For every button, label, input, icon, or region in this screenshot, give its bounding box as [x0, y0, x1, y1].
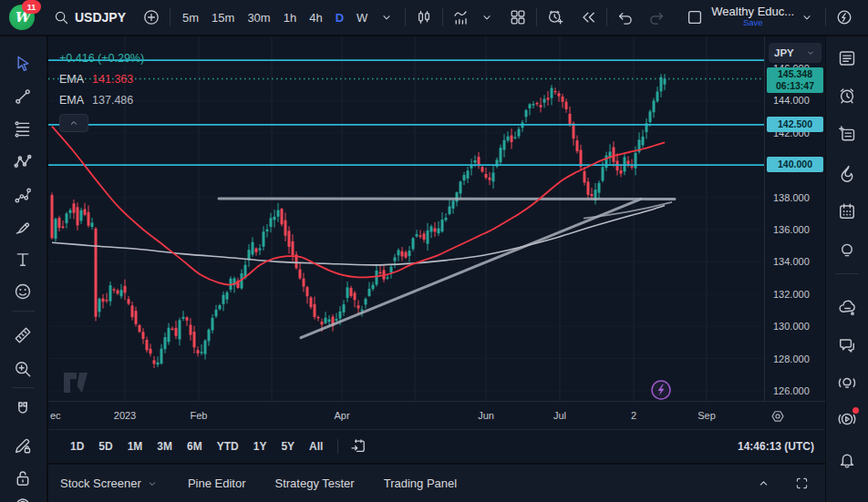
price-axis-label: 144.000: [773, 95, 810, 106]
tool-brush-button[interactable]: [9, 215, 36, 239]
timeframe-chevron-down-icon[interactable]: [374, 5, 399, 30]
sidebar-hotlists-button[interactable]: [833, 161, 861, 185]
tool-hide-all-button[interactable]: [9, 493, 36, 502]
price-axis-label: 130.000: [773, 321, 810, 332]
tool-trend-line-button[interactable]: [9, 85, 36, 108]
symbol-search-button[interactable]: USDJPY: [53, 9, 126, 26]
create-alert-button[interactable]: [542, 5, 568, 30]
save-label[interactable]: Save: [743, 17, 763, 28]
xabcd-pattern-icon: [13, 152, 33, 172]
timeframe-W-button[interactable]: W: [350, 5, 374, 29]
timeframe-1h-button[interactable]: 1h: [277, 5, 303, 29]
sidebar-videos-button[interactable]: [833, 407, 861, 431]
price-axis-label: 138.000: [773, 192, 810, 203]
layout-chevron-down-icon[interactable]: [794, 5, 820, 30]
chart-canvas[interactable]: [48, 36, 764, 401]
legend-collapse-button[interactable]: [59, 114, 88, 132]
panel-collapse-chevron-up-icon[interactable]: [752, 473, 774, 495]
timeframe-D-button[interactable]: D: [329, 5, 350, 29]
search-icon: [53, 9, 69, 26]
bar-replay-button[interactable]: [575, 5, 601, 30]
tool-zoom-in-button[interactable]: [9, 357, 36, 381]
divider: [405, 8, 406, 26]
chart-settings-gear-icon[interactable]: [767, 405, 789, 427]
sidebar-alerts-button[interactable]: [833, 84, 861, 108]
lightning-mode-button[interactable]: [651, 380, 671, 400]
bottom-panel-bar: Stock ScreenerPine EditorStrategy Tester…: [48, 463, 825, 502]
range-ytd-button[interactable]: YTD: [210, 435, 246, 457]
sidebar-streams-button[interactable]: [833, 371, 861, 394]
maximize-panel-icon[interactable]: [790, 473, 812, 495]
sidebar-public-chats-button[interactable]: [833, 296, 861, 320]
time-axis[interactable]: ec2023FebAprJunJul2Sep: [48, 401, 825, 430]
currency-selector[interactable]: JPY: [769, 43, 822, 63]
redo-button[interactable]: [644, 5, 669, 30]
layout-name: Wealthy Educ...: [711, 6, 794, 17]
sidebar-journal-button[interactable]: [833, 122, 861, 146]
ema-fast-legend[interactable]: EMA 141.363: [59, 68, 144, 89]
layout-name-button[interactable]: Wealthy Educ... Save: [711, 6, 794, 28]
range-5d-button[interactable]: 5D: [91, 435, 119, 457]
drawing-mode-icon: [13, 435, 33, 456]
journal-icon: [837, 124, 857, 144]
time-axis-label: Feb: [191, 410, 208, 421]
sidebar-calendar-button[interactable]: [833, 200, 861, 223]
app-logo[interactable]: W 11: [9, 5, 35, 30]
streams-icon: [837, 373, 857, 393]
panel-tab-strategy-tester[interactable]: Strategy Tester: [274, 476, 354, 490]
sidebar-ideas-button[interactable]: [833, 238, 861, 261]
indicators-button[interactable]: [449, 5, 474, 30]
compare-add-symbol-button[interactable]: [139, 5, 164, 30]
divider: [170, 8, 170, 26]
sidebar-notifications-button[interactable]: [833, 447, 861, 471]
panel-tab-trading-panel[interactable]: Trading Panel: [384, 476, 457, 490]
tool-magnet-button[interactable]: [9, 397, 36, 421]
range-3m-button[interactable]: 3M: [150, 435, 180, 457]
chart-legend: +0.416 (+0.29%) EMA 141.363 EMA 137.486: [59, 47, 144, 132]
chevron-down-icon: [146, 477, 159, 490]
text-icon: [13, 250, 33, 270]
range-6m-button[interactable]: 6M: [180, 435, 210, 457]
timeframe-15m-button[interactable]: 15m: [205, 5, 241, 29]
videos-icon: [837, 409, 857, 429]
tool-lock-all-button[interactable]: [9, 466, 36, 490]
symbol-name: USDJPY: [75, 10, 126, 25]
tool-xabcd-pattern-button[interactable]: [9, 150, 36, 174]
range-1d-button[interactable]: 1D: [63, 435, 91, 457]
quick-publish-icon[interactable]: [832, 5, 857, 30]
panel-tab-stock-screener[interactable]: Stock Screener: [60, 476, 159, 490]
panel-tab-pine-editor[interactable]: Pine Editor: [188, 476, 246, 490]
tool-forecast-button[interactable]: [9, 183, 36, 207]
divider: [442, 8, 443, 26]
tool-ruler-button[interactable]: [9, 323, 36, 347]
indicators-chevron-down-icon[interactable]: [474, 5, 500, 30]
undo-button[interactable]: [613, 5, 638, 30]
divider: [606, 8, 607, 26]
price-axis[interactable]: 126.000128.000130.000132.000134.000136.0…: [764, 36, 825, 401]
sidebar-watchlist-button[interactable]: [833, 46, 861, 70]
tool-emoji-button[interactable]: [9, 280, 36, 303]
tool-cursor-button[interactable]: [9, 52, 36, 76]
timeframe-5m-button[interactable]: 5m: [176, 5, 205, 29]
range-5y-button[interactable]: 5Y: [274, 435, 302, 457]
range-1y-button[interactable]: 1Y: [246, 435, 274, 457]
range-all-button[interactable]: All: [302, 435, 330, 457]
sidebar-chats-button[interactable]: [833, 333, 861, 357]
layout-grid-button[interactable]: [505, 5, 531, 30]
timeframe-4h-button[interactable]: 4h: [303, 5, 328, 29]
go-to-date-button[interactable]: [346, 435, 371, 458]
tool-text-button[interactable]: [9, 248, 36, 271]
price-level-badge: 140.000: [767, 157, 823, 172]
range-1m-button[interactable]: 1M: [120, 435, 150, 457]
tool-fib-retracement-button[interactable]: [9, 118, 36, 141]
zoom-in-icon: [13, 359, 33, 379]
chart-style-candles-button[interactable]: [411, 5, 437, 30]
utc-clock[interactable]: 14:46:13 (UTC): [738, 440, 814, 453]
price-level-badge: 142.500: [767, 117, 823, 132]
tool-drawing-mode-button[interactable]: [9, 434, 36, 457]
save-layout-checkbox-icon[interactable]: [682, 5, 708, 30]
divider: [12, 387, 35, 388]
timeframe-30m-button[interactable]: 30m: [241, 5, 276, 29]
divider: [835, 273, 859, 274]
ema-slow-legend[interactable]: EMA 137.486: [59, 89, 144, 110]
